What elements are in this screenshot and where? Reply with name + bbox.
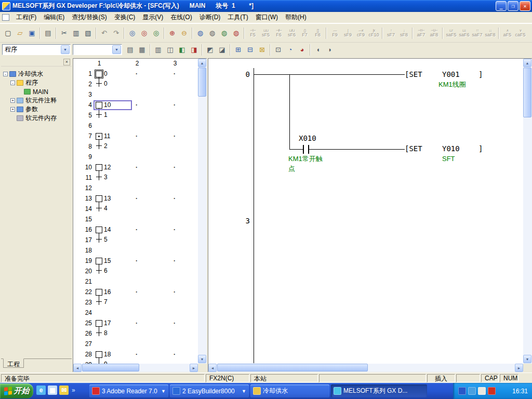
restore-button[interactable]: ❐ (508, 1, 518, 11)
menu-item-6[interactable]: 诊断(D) (196, 11, 224, 23)
block-parameter-button[interactable]: ⊡ (272, 44, 284, 56)
taskbar-task-2[interactable]: 冷却供水 (250, 384, 329, 397)
scroll-up-icon[interactable]: ▲ (523, 59, 531, 67)
fkey-cF9-button[interactable]: —xcF9 (354, 25, 367, 41)
branch-device[interactable]: Y010 (442, 144, 460, 153)
fkey-saF7-button[interactable]: ↑↑saF7 (471, 25, 484, 41)
internet-explorer-icon[interactable]: e (36, 385, 46, 395)
fkey-sF9-button[interactable]: |sF9 (341, 25, 354, 41)
sfc-block-list-button[interactable]: ⊞ (232, 44, 244, 56)
sfc-zoom-button[interactable]: ⊟ (244, 44, 256, 56)
branch-set-instruction[interactable]: [SET (405, 144, 422, 153)
write-mode-button[interactable]: ◕ (296, 44, 308, 56)
menu-item-8[interactable]: 窗口(W) (252, 11, 282, 23)
fkey-F8-button[interactable]: [ ]F8 (311, 25, 324, 41)
menu-item-5[interactable]: 在线(O) (167, 11, 195, 23)
fkey-F5-button[interactable]: ⊣ ⊢F5 (246, 25, 259, 41)
fkey-F9-button[interactable]: —F9 (328, 25, 341, 41)
redo-button[interactable]: ↷ (110, 27, 122, 39)
sfc-step-box[interactable] (96, 258, 102, 264)
sfc-step-box[interactable] (96, 320, 102, 327)
tree-item-5[interactable]: 软元件内存 (1, 114, 72, 123)
tree-item-4[interactable]: +参数 (1, 105, 72, 114)
zoom-note-button[interactable]: ◍ (230, 27, 242, 39)
menu-item-4[interactable]: 显示(V) (139, 11, 167, 23)
zoom-ladder-button[interactable]: ◍ (194, 27, 206, 39)
mail-icon[interactable]: ✉ (59, 385, 69, 395)
ime-tray-icon[interactable] (458, 387, 466, 395)
alias-display-button[interactable]: ◩ (204, 44, 216, 56)
fkey-aF5-button[interactable]: ∧aF5 (501, 25, 514, 41)
close-icon[interactable]: × (63, 59, 70, 65)
sfc-vscroll-thumb[interactable] (198, 68, 206, 97)
sfc-horizontal-scrollbar[interactable]: ◄ ► (73, 364, 198, 372)
sfc-step-box[interactable] (96, 71, 102, 77)
close-button[interactable]: ✕ (520, 1, 530, 11)
device-monitor-button[interactable]: ◪ (216, 44, 228, 56)
fkey-aF8-button[interactable]: ⊣↓⊢aF8 (428, 25, 441, 41)
child-window-icon[interactable] (2, 14, 9, 21)
fkey-saF5-button[interactable]: ⊔↑saF5 (445, 25, 458, 41)
taskbar-task-0[interactable]: 3 Adobe Reader 7.0▼ (89, 384, 168, 397)
fkey-aF7-button[interactable]: ⊣↑⊢aF7 (415, 25, 428, 41)
sfc-hscroll-thumb[interactable] (82, 364, 139, 371)
taskbar-clock[interactable]: 16:31 (512, 388, 528, 395)
show-desktop-icon[interactable]: ▦ (48, 385, 57, 395)
scroll-left-icon[interactable]: ◄ (73, 364, 82, 372)
expand-icon[interactable]: + (10, 107, 15, 112)
step-attribute-button[interactable]: ⊠ (256, 44, 268, 56)
comment-display-button[interactable]: ◫ (164, 44, 176, 56)
fkey-caF5-button[interactable]: ∨caF5 (514, 25, 527, 41)
zoom-statement-button[interactable]: ◍ (218, 27, 230, 39)
rung0-set-instruction[interactable]: [SET (405, 70, 422, 78)
parameter-check-button[interactable]: ⊖ (178, 27, 190, 39)
new-project-button[interactable]: ▢ (2, 27, 14, 39)
scroll-left-icon[interactable]: ◄ (208, 364, 217, 372)
chevron-down-icon[interactable]: ▼ (61, 45, 70, 54)
menu-item-2[interactable]: 查找/替换(S) (68, 11, 110, 23)
minimize-button[interactable]: _ (496, 1, 507, 11)
copy-button[interactable]: ▥ (70, 27, 82, 39)
fkey-F6-button[interactable]: ⊣/⊢F6 (272, 25, 285, 41)
save-project-button[interactable]: ▣ (26, 27, 38, 39)
fkey-saF8-button[interactable]: ↓↓saF8 (484, 25, 497, 41)
scroll-down-icon[interactable]: ▼ (523, 355, 531, 363)
sfc-step-box[interactable] (96, 351, 102, 358)
fkey-sF7-button[interactable]: ↑sF7 (384, 25, 397, 41)
project-data-list-button[interactable]: ▥ (152, 44, 164, 56)
find-step-button[interactable]: ◖ (312, 44, 324, 56)
fkey-sF5-button[interactable]: ⊔⊔sF5 (259, 25, 272, 41)
menu-item-0[interactable]: 工程(F) (12, 11, 40, 23)
menu-item-3[interactable]: 变换(C) (111, 11, 139, 23)
fkey-sF6-button[interactable]: ⊔/⊔sF6 (285, 25, 298, 41)
sfc-vertical-scrollbar[interactable]: ▲ ▼ (198, 59, 207, 364)
tree-item-0[interactable]: -冷却供水 (1, 70, 72, 78)
menu-item-1[interactable]: 编辑(E) (40, 11, 68, 23)
tree-item-2[interactable]: MAIN (1, 87, 72, 96)
find-instruction-button[interactable]: ◎ (138, 27, 150, 39)
fkey-sF8-button[interactable]: ↓sF8 (397, 25, 410, 41)
menu-item-7[interactable]: 工具(T) (224, 11, 251, 23)
zoom-comment-button[interactable]: ◍ (206, 27, 218, 39)
quick-launch-chevron-icon[interactable]: » (72, 387, 75, 394)
monitor-tray-icon[interactable] (468, 387, 476, 395)
fkey-saF6-button[interactable]: ⊔↓saF6 (458, 25, 471, 41)
collapse-icon[interactable]: - (3, 72, 8, 76)
antivirus-tray-icon[interactable] (488, 387, 496, 395)
chevron-down-icon[interactable]: ▼ (112, 45, 121, 54)
menu-item-9[interactable]: 帮助(H) (282, 11, 310, 23)
branch-contact-device[interactable]: X010 (299, 134, 316, 142)
open-project-button[interactable]: ▱ (14, 27, 26, 39)
sfc-step-box[interactable] (96, 289, 102, 296)
expand-icon[interactable]: + (10, 98, 15, 103)
tree-item-3[interactable]: +软元件注释 (1, 96, 72, 105)
scroll-right-icon[interactable]: ► (515, 364, 523, 372)
fkey-cF10-button[interactable]: |xcF10 (367, 25, 380, 41)
scroll-up-icon[interactable]: ▲ (198, 59, 206, 67)
print-preview-button[interactable]: ▦ (136, 44, 148, 56)
program-check-button[interactable]: ⊕ (166, 27, 178, 39)
ladder-vscroll-thumb[interactable] (523, 68, 531, 117)
scroll-down-icon[interactable]: ▼ (198, 355, 206, 363)
find-device-button[interactable]: ◎ (126, 27, 138, 39)
find-contact-button[interactable]: ◎ (150, 27, 162, 39)
